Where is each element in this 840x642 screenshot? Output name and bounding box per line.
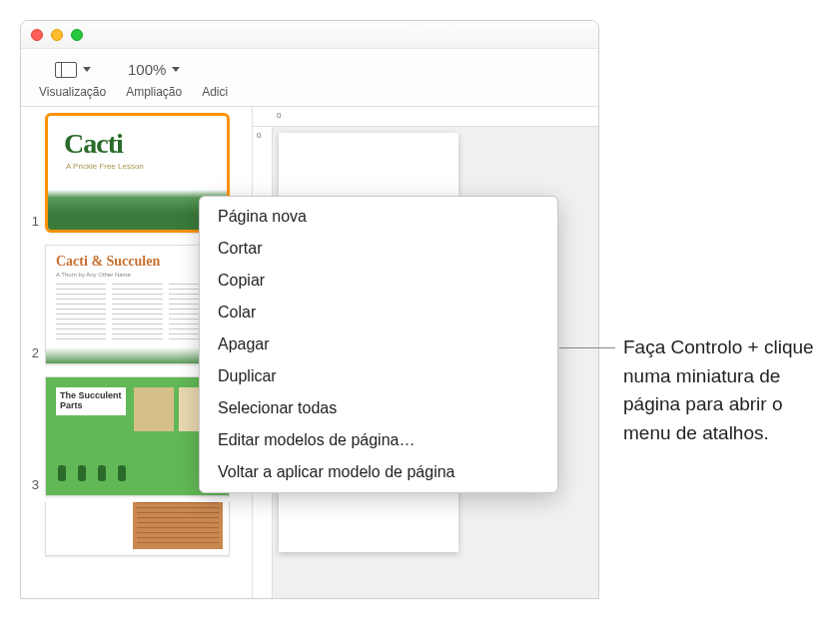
callout-text: Faça Controlo + clique numa miniatura de… [623,333,823,447]
thumbnail-number: 1 [25,214,45,233]
context-menu: Página nova Cortar Copiar Colar Apagar D… [199,196,558,493]
menu-item-paste[interactable]: Colar [200,297,557,328]
thumb-body [133,502,223,549]
thumb-title: Cacti [48,116,227,160]
cactus-icon [58,465,66,481]
thumbnail-number: 2 [25,345,45,364]
thumb-title: The Succulent Parts [56,387,126,415]
add-label: Adici [202,85,228,99]
menu-item-duplicate[interactable]: Duplicar [200,360,557,392]
menu-item-edit-templates[interactable]: Editar modelos de página… [200,424,557,456]
cactus-icon [98,465,106,481]
ruler-tick: 0 [277,111,281,120]
menu-item-delete[interactable]: Apagar [200,328,557,360]
menu-item-new-page[interactable]: Página nova [200,201,557,233]
thumbnail-number: 3 [25,477,45,496]
view-tool[interactable]: Visualização [29,49,116,106]
zoom-tool[interactable]: 100% Ampliação [116,49,192,106]
thumb-subtitle: A Prickle Free Lesson [48,162,227,171]
view-label: Visualização [39,85,106,99]
cactus-icon [78,465,86,481]
zoom-value: 100% [128,61,166,78]
minimize-window-button[interactable] [51,29,63,41]
horizontal-ruler[interactable]: 0 [253,107,598,127]
zoom-label: Ampliação [126,85,182,99]
view-icon [55,62,77,78]
page-thumbnail-4[interactable]: The Past + Future of Succulents [45,502,230,556]
ruler-tick: 0 [257,131,261,140]
chevron-down-icon [172,67,180,72]
toolbar: Visualização 100% Ampliação Adici [21,49,598,107]
fullscreen-window-button[interactable] [71,29,83,41]
callout-line [559,347,615,348]
menu-item-reapply-template[interactable]: Voltar a aplicar modelo de página [200,456,557,488]
thumbnail-row-4[interactable]: 4 The Past + Future of Succulents [21,502,252,562]
menu-item-copy[interactable]: Copiar [200,265,557,297]
titlebar [21,21,598,49]
add-tool[interactable]: Adici [192,49,238,106]
menu-item-cut[interactable]: Cortar [200,233,557,265]
chevron-down-icon [83,67,91,72]
close-window-button[interactable] [31,29,43,41]
menu-item-select-all[interactable]: Selecionar todas [200,392,557,424]
cactus-icon [118,465,126,481]
